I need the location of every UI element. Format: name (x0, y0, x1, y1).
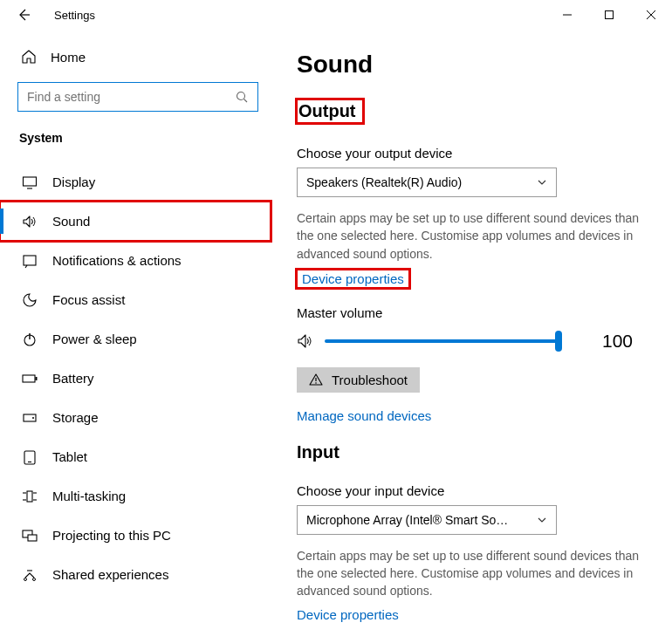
svg-rect-20 (27, 491, 32, 502)
svg-point-5 (237, 92, 245, 100)
projecting-icon (21, 528, 38, 544)
sidebar-item-label: Projecting to this PC (52, 528, 171, 543)
output-heading: Output (297, 99, 363, 123)
display-icon (21, 174, 38, 190)
choose-input-label: Choose your input device (297, 483, 656, 498)
output-device-dropdown[interactable]: Speakers (Realtek(R) Audio) (297, 168, 557, 197)
page-title: Sound (297, 51, 656, 79)
svg-rect-24 (28, 535, 37, 541)
nav-list: Display Sound Notifications & actions Fo… (0, 162, 271, 594)
sidebar-item-label: Storage (52, 410, 99, 425)
svg-rect-7 (24, 177, 37, 186)
sidebar-item-label: Sound (52, 214, 90, 229)
sidebar-item-multitasking[interactable]: Multi-tasking (0, 476, 271, 516)
home-button[interactable]: Home (0, 42, 271, 72)
input-device-selected: Microphone Array (Intel® Smart So… (306, 513, 508, 527)
chevron-down-icon (537, 177, 547, 188)
sidebar-item-shared-experiences[interactable]: Shared experiences (0, 555, 271, 594)
tablet-icon (21, 449, 38, 465)
sidebar-item-label: Notifications & actions (52, 253, 182, 268)
title-bar: Settings (0, 0, 672, 30)
input-heading: Input (297, 442, 339, 462)
back-button[interactable] (9, 0, 38, 30)
svg-point-26 (33, 578, 36, 580)
choose-output-label: Choose your output device (297, 146, 656, 161)
sidebar-item-label: Tablet (52, 449, 87, 464)
sidebar-item-tablet[interactable]: Tablet (0, 437, 271, 476)
svg-point-15 (32, 417, 34, 419)
content-area: Sound Output Choose your output device S… (271, 30, 672, 643)
sidebar-item-label: Focus assist (52, 292, 125, 307)
svg-rect-9 (24, 256, 36, 265)
input-device-dropdown[interactable]: Microphone Array (Intel® Smart So… (297, 505, 557, 535)
volume-icon[interactable] (297, 332, 314, 350)
svg-rect-13 (36, 377, 38, 380)
search-input[interactable] (27, 90, 235, 104)
volume-thumb[interactable] (555, 331, 562, 352)
home-icon (21, 49, 37, 65)
sidebar-item-battery[interactable]: Battery (0, 359, 271, 398)
svg-point-25 (24, 578, 27, 580)
sidebar-item-label: Multi-tasking (52, 489, 126, 503)
sidebar-item-power-sleep[interactable]: Power & sleep (0, 319, 271, 359)
output-helptext: Certain apps may be set up to use differ… (297, 209, 656, 263)
svg-line-6 (244, 99, 248, 103)
sidebar-item-projecting[interactable]: Projecting to this PC (0, 516, 271, 555)
sidebar-item-storage[interactable]: Storage (0, 398, 271, 437)
svg-rect-12 (23, 375, 35, 382)
minimize-button[interactable] (546, 0, 588, 30)
notifications-icon (21, 253, 38, 269)
home-label: Home (51, 50, 86, 65)
sidebar-item-focus-assist[interactable]: Focus assist (0, 280, 271, 319)
svg-rect-2 (606, 11, 614, 19)
section-system-label: System (0, 127, 271, 152)
chevron-down-icon (537, 515, 547, 525)
svg-point-28 (315, 383, 317, 385)
sidebar-item-sound[interactable]: Sound (0, 202, 271, 241)
input-helptext: Certain apps may be set up to use differ… (297, 547, 656, 600)
master-volume-label: Master volume (297, 305, 656, 320)
sidebar-item-notifications[interactable]: Notifications & actions (0, 241, 271, 280)
sidebar-item-label: Shared experiences (52, 567, 168, 582)
focus-assist-icon (21, 292, 38, 308)
output-device-selected: Speakers (Realtek(R) Audio) (306, 175, 462, 189)
window-title: Settings (54, 9, 95, 22)
sidebar: Home System Display Sound Notifications … (0, 30, 271, 643)
troubleshoot-button[interactable]: Troubleshoot (297, 367, 420, 393)
troubleshoot-label: Troubleshoot (332, 373, 408, 387)
shared-experiences-icon (21, 567, 38, 583)
power-icon (21, 332, 38, 347)
manage-sound-devices-link[interactable]: Manage sound devices (297, 408, 431, 423)
battery-icon (21, 371, 38, 386)
search-icon (235, 90, 249, 104)
warning-icon (309, 373, 323, 386)
sidebar-item-label: Power & sleep (52, 332, 137, 346)
input-device-properties-link[interactable]: Device properties (297, 607, 399, 622)
active-indicator (0, 209, 3, 234)
sidebar-item-label: Battery (52, 371, 94, 386)
output-device-properties-link[interactable]: Device properties (297, 270, 409, 288)
sidebar-item-label: Display (52, 174, 95, 189)
volume-slider[interactable] (325, 339, 560, 343)
maximize-button[interactable] (588, 0, 630, 30)
sidebar-item-display[interactable]: Display (0, 162, 271, 202)
storage-icon (21, 410, 38, 426)
sound-icon (21, 214, 38, 229)
search-input-wrapper[interactable] (17, 82, 258, 112)
multitasking-icon (21, 489, 38, 504)
close-button[interactable] (630, 0, 672, 30)
volume-value: 100 (602, 331, 633, 352)
master-volume-row: 100 (297, 331, 656, 352)
